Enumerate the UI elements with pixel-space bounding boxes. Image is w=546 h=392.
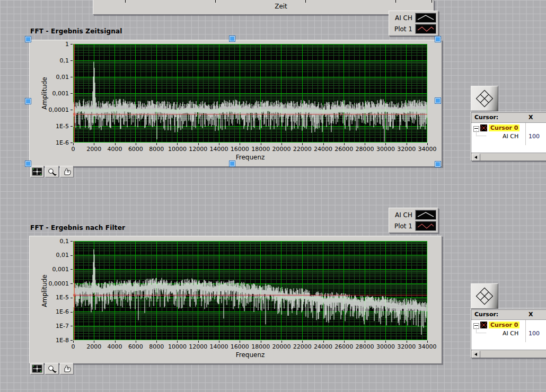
y-tick-mark [71, 255, 73, 256]
cursor-column-header: Cursor: [474, 114, 498, 121]
plot-line-sample-icon[interactable] [415, 24, 436, 34]
legend-row-aich[interactable]: AI CH [391, 12, 436, 23]
x-tick-mark [427, 341, 428, 343]
channel-name: AI CH [503, 133, 518, 140]
y-tick-label: 0,01 [30, 252, 69, 259]
axis-tick [215, 0, 216, 3]
legend-row-plot1[interactable]: Plot 1 [391, 220, 436, 231]
pan-hand-tool-button[interactable] [60, 166, 74, 177]
y-tick-label: 1E-6 [30, 308, 69, 315]
y-tick-label: 1E-5 [30, 294, 69, 301]
x-tick-mark [240, 341, 240, 343]
x-tick-mark [115, 143, 116, 145]
legend-row-plot1[interactable]: Plot 1 [391, 23, 436, 34]
graph1-plot-legend: AI CH Plot 1 [389, 11, 438, 36]
cursor-name[interactable]: Cursor 0 [489, 322, 519, 328]
scroll-left-button[interactable] [472, 351, 480, 358]
x-tick-mark [385, 143, 386, 145]
cursor-tool-button[interactable] [30, 166, 44, 177]
legend-row-aich[interactable]: AI CH [391, 209, 436, 220]
x-tick-mark [323, 143, 324, 145]
x-tick-mark [261, 143, 261, 145]
y-tick-label: 1E-8 [30, 337, 69, 344]
x-tick-mark [94, 341, 94, 343]
pan-hand-tool-button[interactable] [60, 363, 74, 375]
cursor-legend-scrollbar[interactable] [471, 153, 546, 161]
graph2-cursor-mover[interactable] [471, 283, 498, 309]
x-tick-mark [281, 341, 282, 343]
x-tick-mark [198, 341, 199, 343]
cursor-x-value[interactable]: 100 [529, 133, 540, 140]
channel-name: AI CH [503, 330, 518, 337]
selection-handle[interactable] [25, 99, 31, 104]
graph1-cursor-mover[interactable] [471, 86, 498, 111]
y-tick-mark [71, 142, 73, 143]
graph1-title: FFT - Ergebnis Zeitsignal [30, 28, 122, 35]
y-tick-label: 1E-6 [30, 139, 69, 146]
y-tick-label: 0,1 [30, 238, 69, 245]
y-tick-label: 0,0001 [30, 280, 69, 287]
y-tick-mark [71, 77, 73, 77]
x-tick-mark [302, 341, 303, 343]
x-tick-mark [219, 143, 219, 145]
cursor-column-header: Cursor: [474, 311, 498, 318]
x-tick-mark [344, 143, 345, 145]
selection-handle[interactable] [230, 36, 235, 41]
selection-handle[interactable] [230, 161, 235, 166]
y-tick-label: 1 [30, 41, 69, 48]
cursor-mover-diamond-icon [474, 88, 495, 109]
x-tick-mark [94, 143, 94, 145]
x-tick-mark [198, 143, 199, 145]
scroll-left-button[interactable] [472, 154, 480, 161]
x-tick-mark [344, 341, 345, 343]
cursor-x-value[interactable]: 100 [529, 330, 540, 337]
zoom-tool-button[interactable] [45, 166, 59, 177]
selection-handle[interactable] [435, 37, 441, 42]
cursor-legend-header: Cursor: X [471, 310, 546, 320]
y-tick-label: 0,001 [30, 266, 69, 273]
cursor-tool-button[interactable] [30, 363, 44, 375]
zoom-tool-button[interactable] [45, 363, 59, 375]
graph2-plot-area[interactable] [73, 241, 427, 340]
selection-handle[interactable] [435, 98, 441, 103]
cursor-crosshair-icon[interactable] [480, 124, 487, 131]
cursor-row[interactable]: Cursor 0 [471, 321, 546, 329]
cursor-legend-scrollbar[interactable] [471, 350, 546, 358]
y-tick-mark [71, 241, 73, 242]
graph2-cursor-legend: Cursor: X Cursor 0 AI CH 100 [471, 309, 546, 358]
time-graph-partial: Zeit [93, 0, 434, 15]
labview-front-panel: { "window": {"background_color": "#aeaeb… [0, 0, 546, 392]
selection-handle[interactable] [435, 162, 441, 167]
selection-handle[interactable] [25, 37, 31, 42]
y-tick-mark [71, 110, 73, 110]
selection-handle[interactable] [25, 161, 31, 166]
plot-line-sample-icon[interactable] [415, 221, 436, 231]
cursor-crosshair-icon[interactable] [480, 322, 487, 328]
plot-line-sample-icon[interactable] [415, 13, 436, 23]
cursor-channel-row[interactable]: AI CH 100 [471, 132, 546, 141]
x-tick-mark [136, 143, 136, 145]
y-tick-label: 0,001 [30, 90, 69, 97]
x-tick-mark [136, 341, 136, 343]
graph1-plot-area[interactable] [73, 44, 427, 142]
x-tick-mark [115, 341, 116, 343]
x-tick-mark [73, 143, 74, 145]
y-tick-mark [71, 93, 73, 94]
x-tick-mark [219, 341, 219, 343]
plot-line-sample-icon[interactable] [415, 210, 436, 220]
x-tick-mark [427, 143, 428, 145]
y-tick-label: 0,0001 [30, 106, 69, 113]
x-tick-mark [177, 143, 178, 145]
y-tick-mark [71, 340, 73, 341]
x-tick-mark [156, 341, 157, 343]
cursor-channel-row[interactable]: AI CH 100 [471, 329, 546, 338]
graph1-palette [30, 166, 74, 177]
y-tick-label: 1E-7 [30, 323, 69, 329]
y-tick-label: 0,01 [30, 74, 69, 81]
cursor-name[interactable]: Cursor 0 [489, 124, 519, 131]
y-tick-mark [71, 283, 73, 284]
legend-label: AI CH [395, 14, 412, 22]
cursor-row[interactable]: Cursor 0 [471, 124, 546, 132]
graph1-panel: Amplitude Frequenz 10,10,010,0010,00011E… [29, 40, 442, 167]
y-tick-label: 0,1 [30, 57, 69, 64]
